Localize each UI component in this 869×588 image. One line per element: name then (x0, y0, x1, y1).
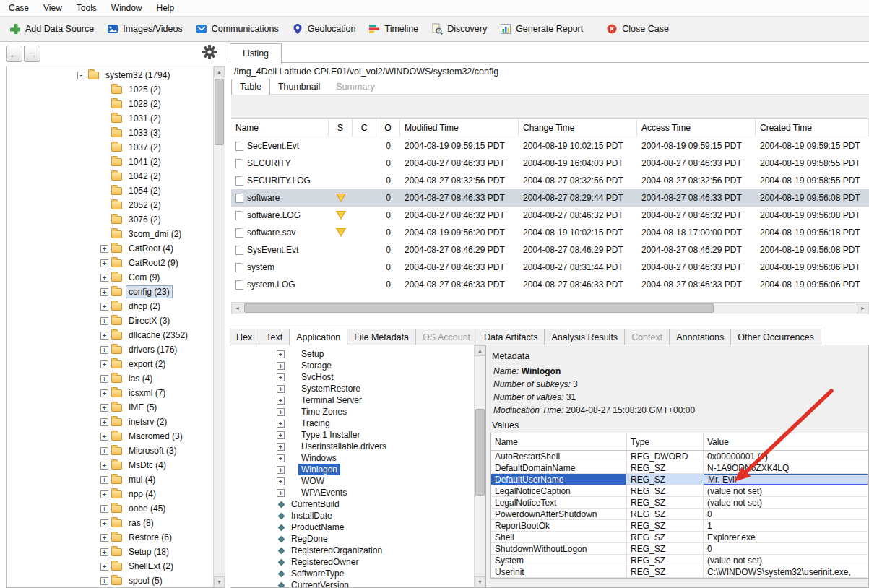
registry-tree-node[interactable]: SystemRestore (230, 383, 474, 394)
column-header-c[interactable]: C (353, 119, 376, 137)
viewer-tab[interactable]: Analysis Results (545, 329, 625, 345)
expander-icon[interactable] (277, 397, 285, 405)
scroll-up-button[interactable]: ▲ (214, 66, 225, 77)
expander-icon[interactable] (100, 418, 108, 426)
registry-tree-node[interactable]: ProductName (230, 522, 474, 533)
table-row[interactable]: software.LOG 0 2004-08-27 08:46:32 PDT 2… (231, 207, 869, 224)
expander-icon[interactable] (100, 548, 108, 556)
tree-node[interactable]: Macromed (3) (7, 429, 213, 444)
viewer-tab[interactable]: Text (259, 329, 290, 345)
table-row[interactable]: system 0 2004-08-27 08:46:33 PDT 2004-08… (231, 259, 869, 276)
geolocation-button[interactable]: Geolocation (285, 20, 363, 38)
viewer-tab[interactable]: Other Occurrences (731, 329, 821, 345)
table-row[interactable]: SecEvent.Evt 0 2004-08-19 09:59:15 PDT 2… (231, 137, 869, 155)
expander-icon[interactable] (100, 346, 108, 354)
values-column-name[interactable]: Name (491, 433, 627, 450)
registry-tree-node[interactable]: SoftwareType (230, 568, 474, 579)
expander-icon[interactable] (277, 443, 285, 451)
expander-icon[interactable] (100, 519, 108, 527)
table-row[interactable]: SECURITY 0 2004-08-27 08:46:33 PDT 2004-… (231, 155, 869, 172)
expander-icon[interactable] (77, 72, 85, 79)
column-header-o[interactable]: O (376, 119, 400, 137)
expander-icon[interactable] (277, 489, 285, 497)
values-column-type[interactable]: Type (627, 433, 704, 450)
tree-node-system32[interactable]: system32 (1794) (7, 68, 213, 82)
communications-button[interactable]: Communications (189, 20, 285, 38)
expander-icon[interactable] (100, 404, 108, 412)
viewer-tab[interactable]: Context (625, 329, 670, 345)
expander-icon[interactable] (277, 477, 285, 485)
images-videos-button[interactable]: Images/Videos (100, 20, 189, 38)
tab-listing[interactable]: Listing (230, 43, 282, 63)
scrollbar-thumb[interactable] (215, 79, 224, 145)
registry-tree-node[interactable]: Winlogon (230, 464, 474, 475)
registry-value-row[interactable]: PowerdownAfterShutdown REG_SZ 0 (491, 509, 868, 520)
expander-icon[interactable] (277, 385, 285, 393)
expander-icon[interactable] (100, 375, 108, 383)
registry-tree-node[interactable]: WOW (230, 475, 474, 487)
column-header-modified[interactable]: Modified Time (400, 119, 519, 137)
table-row[interactable]: software.sav 0 2004-08-19 09:56:20 PDT 2… (231, 224, 869, 241)
registry-value-row[interactable]: DefaultDomainName REG_SZ N-1A9ODN6ZXK4LQ (491, 462, 868, 474)
tree-node[interactable]: DirectX (3) (7, 314, 213, 328)
expander-icon[interactable] (100, 447, 108, 455)
registry-tree-node[interactable]: CurrentBuild (230, 498, 474, 510)
tree-node[interactable]: CatRoot2 (9) (7, 256, 213, 270)
expander-icon[interactable] (100, 389, 108, 397)
expander-icon[interactable] (100, 563, 108, 571)
menu-item[interactable]: Help (150, 1, 182, 15)
tree-node[interactable]: 1037 (2) (7, 140, 213, 155)
discovery-button[interactable]: Discovery (425, 20, 493, 38)
tree-node[interactable]: npp (4) (7, 487, 213, 501)
tree-node[interactable]: export (2) (7, 357, 213, 371)
viewer-tab[interactable]: Application (290, 329, 347, 345)
registry-tree-node[interactable]: Storage (230, 360, 474, 371)
expander-icon[interactable] (100, 433, 108, 441)
tree-node[interactable]: ias (4) (7, 371, 213, 386)
options-gear-button[interactable] (201, 44, 218, 61)
expander-icon[interactable] (100, 303, 108, 311)
table-row[interactable]: SECURITY.LOG 0 2004-08-27 08:32:56 PDT 2… (231, 172, 869, 189)
registry-tree-node[interactable]: Windows (230, 452, 474, 464)
expander-icon[interactable] (277, 373, 285, 381)
expander-icon[interactable] (100, 490, 108, 498)
registry-tree-node[interactable]: Userinstallable.drivers (230, 441, 474, 452)
table-row[interactable]: software 0 2004-08-27 08:46:33 PDT 2004-… (231, 189, 869, 207)
tree-node[interactable]: 1041 (2) (7, 155, 213, 169)
expander-icon[interactable] (100, 317, 108, 325)
expander-icon[interactable] (100, 505, 108, 513)
column-header-created[interactable]: Created Time (756, 119, 869, 137)
viewer-tab[interactable]: File Metadata (347, 329, 416, 345)
generate-report-button[interactable]: Generate Report (493, 20, 589, 38)
tree-node[interactable]: oobe (45) (7, 501, 213, 516)
tree-node[interactable]: 1054 (2) (7, 183, 213, 198)
expander-icon[interactable] (277, 350, 285, 358)
tree-node[interactable]: 1033 (3) (7, 126, 213, 140)
scroll-right-button[interactable]: ► (857, 303, 868, 314)
tree-node[interactable]: MsDtc (4) (7, 458, 213, 472)
registry-value-row[interactable]: System REG_SZ (value not set) (491, 555, 868, 566)
registry-tree-node[interactable]: Terminal Server (230, 394, 474, 406)
scroll-left-button[interactable]: ◄ (232, 303, 243, 314)
registry-value-row[interactable]: Shell REG_SZ Explorer.exe (491, 532, 868, 543)
registry-value-row[interactable]: ReportBootOk REG_SZ 1 (491, 520, 868, 532)
column-header-change[interactable]: Change Time (519, 119, 637, 137)
tree-node[interactable]: CatRoot (4) (7, 241, 213, 256)
registry-tree-node[interactable]: Time Zones (230, 406, 474, 418)
registry-tree-node[interactable]: Tracing (230, 418, 474, 429)
tree-node[interactable]: 1028 (2) (7, 97, 213, 111)
expander-icon[interactable] (100, 332, 108, 340)
tree-node[interactable]: Microsoft (3) (7, 444, 213, 458)
expander-icon[interactable] (277, 408, 285, 416)
add-data-source-button[interactable]: Add Data Source (3, 20, 100, 38)
registry-tree-node[interactable]: Type 1 Installer (230, 429, 474, 441)
tree-node[interactable]: Setup (18) (7, 545, 213, 559)
registry-tree-node[interactable]: WPAEvents (230, 487, 474, 498)
registry-tree-node[interactable]: RegDone (230, 533, 474, 545)
registry-tree-node[interactable]: SvcHost (230, 371, 474, 383)
view-tab[interactable]: Table (231, 79, 270, 95)
tree-node[interactable]: Restore (6) (7, 530, 213, 545)
tree-node[interactable]: ras (8) (7, 516, 213, 530)
menu-item[interactable]: Tools (69, 1, 104, 15)
expander-icon[interactable] (277, 454, 285, 462)
